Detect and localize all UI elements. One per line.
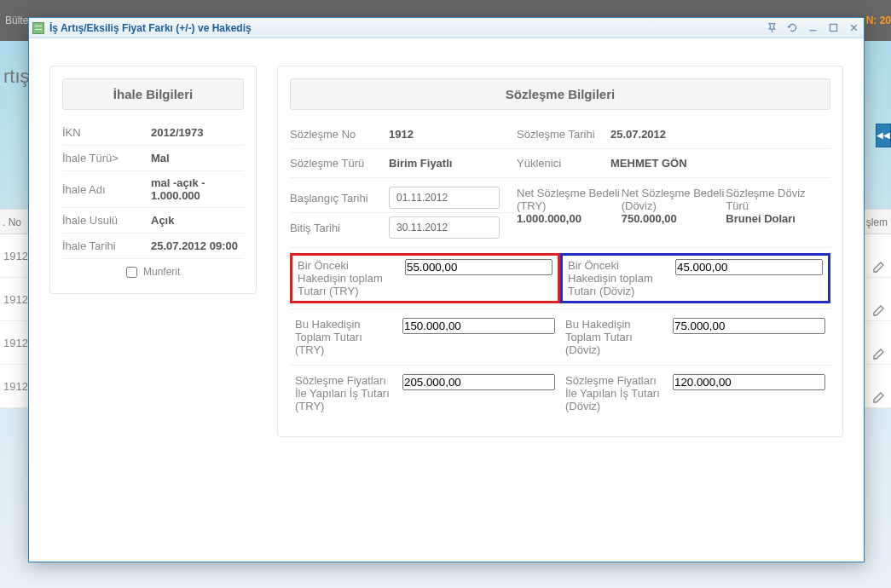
ihale-ad-value: mal -açık - 1.000.000	[151, 176, 244, 202]
munferit-checkbox[interactable]	[126, 267, 137, 278]
bg-list-header-right: şlem	[866, 210, 888, 235]
soz-tarih-value: 25.07.2012	[610, 125, 830, 143]
pencil-icon[interactable]	[872, 291, 886, 305]
pencil-icon[interactable]	[872, 248, 886, 262]
munferit-label: Munferit	[143, 266, 180, 278]
titlebar-controls	[765, 21, 860, 35]
work-try-input[interactable]	[402, 374, 555, 390]
ihale-panel: İhale Bilgileri İKN 2012/1973 İhale Türü…	[49, 66, 257, 294]
close-icon[interactable]	[847, 21, 860, 35]
bas-tarih-input[interactable]	[389, 187, 500, 209]
prev-doviz-label: Bir Önceki Hakedişin toplam Tutarı (Dövi…	[568, 259, 667, 297]
doviz-tur-value: Brunei Doları	[726, 212, 830, 225]
titlebar[interactable]: İş Artış/Eksiliş Fiyat Farkı (+/-) ve Ha…	[29, 18, 864, 38]
refresh-icon[interactable]	[785, 21, 799, 35]
munferit-row: Munferit	[62, 259, 244, 278]
window-icon	[32, 22, 44, 34]
minimize-icon[interactable]	[806, 21, 819, 35]
bg-list-header-left: . No	[3, 216, 21, 228]
svg-rect-1	[830, 24, 836, 31]
cur-try-label: Bu Hakedişin Toplam Tutarı (TRY)	[295, 318, 394, 356]
cur-doviz-input[interactable]	[673, 318, 825, 334]
work-try-label: Sözleşme Fiyatları İle Yapılan İş Tutarı…	[295, 374, 394, 412]
modal-window: İş Artış/Eksiliş Fiyat Farkı (+/-) ve Ha…	[28, 17, 865, 562]
prev-doviz-input[interactable]	[675, 259, 823, 275]
bg-row-val: 1912	[3, 337, 28, 349]
ikn-value: 2012/1973	[151, 126, 244, 139]
ihale-usul-value: Açık	[151, 214, 244, 227]
pencil-icon[interactable]	[872, 378, 886, 392]
soz-tur-label: Sözleşme Türü	[290, 154, 389, 172]
yuklenici-label: Yüklenici	[517, 154, 610, 172]
prev-doviz-highlight: Bir Önceki Hakedişin toplam Tutarı (Dövi…	[560, 253, 830, 303]
work-doviz-label: Sözleşme Fiyatları İle Yapılan İş Tutarı…	[565, 374, 664, 412]
bit-tarih-label: Bitiş Tarihi	[290, 222, 389, 234]
prev-try-highlight: Bir Önceki Hakedişin toplam Tutarı (TRY)	[290, 253, 560, 303]
net-try-label: Net Sözleşme Bedeli (TRY)	[517, 187, 622, 212]
sozlesme-panel: Sözleşme Bilgileri Sözleşme No 1912 Sözl…	[277, 66, 843, 437]
sozlesme-panel-header: Sözleşme Bilgileri	[290, 78, 830, 110]
soz-no-label: Sözleşme No	[290, 125, 389, 143]
bas-tarih-label: Başlangıç Tarihi	[290, 192, 389, 205]
pencil-icon[interactable]	[872, 335, 886, 349]
ikn-label: İKN	[62, 126, 151, 139]
bg-row-val: 1912	[3, 293, 28, 306]
bg-scroll-button[interactable]: ◀◀	[876, 124, 891, 147]
yuklenici-value: MEHMET GÖN	[610, 154, 830, 172]
bg-row-val: 1912	[3, 250, 28, 262]
bg-topbar-left: Bülte	[5, 14, 28, 26]
ihale-tur-value: Mal	[151, 152, 244, 164]
net-doviz-value: 750.000,00	[622, 212, 726, 225]
doviz-tur-label: Sözleşme Döviz Türü	[726, 187, 830, 212]
soz-tarih-label: Sözleşme Tarihi	[517, 125, 610, 143]
ihale-tarih-label: İhale Tarihi	[62, 239, 151, 252]
net-try-value: 1.000.000,00	[517, 212, 622, 225]
maximize-icon[interactable]	[826, 21, 840, 35]
work-doviz-input[interactable]	[673, 374, 825, 390]
soz-tur-value: Birim Fiyatlı	[389, 154, 517, 172]
ihale-panel-header: İhale Bilgileri	[62, 78, 244, 110]
bg-row-val: 1912	[3, 380, 28, 393]
prev-try-input[interactable]	[405, 259, 553, 275]
ihale-ad-label: İhale Adı	[62, 183, 151, 196]
window-title: İş Artış/Eksiliş Fiyat Farkı (+/-) ve Ha…	[49, 22, 765, 34]
prev-try-label: Bir Önceki Hakedişin toplam Tutarı (TRY)	[298, 259, 396, 297]
ihale-tarih-value: 25.07.2012 09:00	[151, 239, 244, 252]
bg-topbar-right: N: 20	[866, 0, 891, 41]
cur-doviz-label: Bu Hakedişin Toplam Tutarı (Döviz)	[565, 318, 664, 356]
soz-no-value: 1912	[389, 125, 517, 143]
pin-icon[interactable]	[765, 21, 778, 35]
ihale-tur-label: İhale Türü>	[62, 152, 151, 164]
cur-try-input[interactable]	[402, 318, 555, 334]
net-doviz-label: Net Sözleşme Bedeli (Döviz)	[622, 187, 726, 212]
ihale-usul-label: İhale Usulü	[62, 214, 151, 227]
bit-tarih-input[interactable]	[389, 216, 500, 239]
